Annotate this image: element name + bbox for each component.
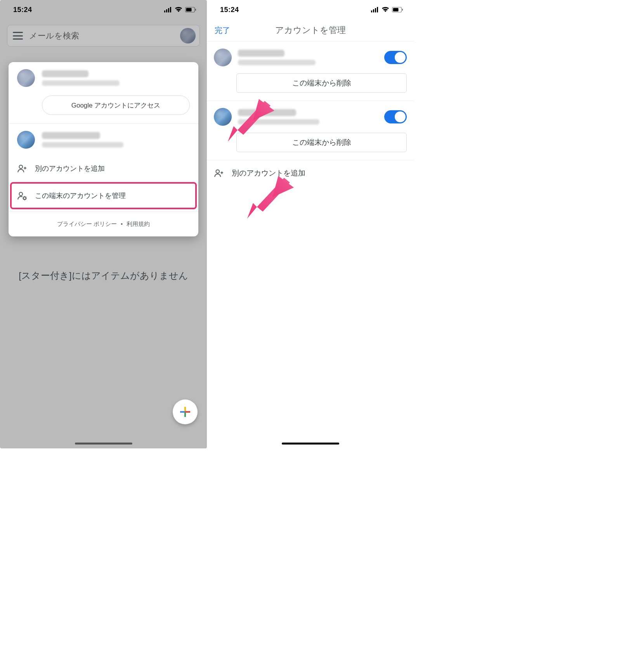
account-name-blurred	[238, 109, 296, 116]
svg-rect-6	[195, 9, 196, 11]
left-phone-screen: 15:24 メールを検索 Google アカウントにアクセス	[0, 0, 207, 448]
account-email-blurred	[42, 142, 123, 148]
search-bar[interactable]: メールを検索	[7, 25, 200, 47]
account-name-blurred	[238, 50, 284, 57]
home-indicator	[75, 443, 132, 445]
right-phone-screen: 15:24 完了 アカウントを管理 この端末から削除	[207, 0, 414, 448]
compose-fab[interactable]	[173, 399, 198, 424]
page-title: アカウントを管理	[275, 24, 346, 36]
account-email-blurred	[238, 119, 319, 125]
account-text	[42, 70, 190, 86]
account-row	[207, 42, 414, 69]
menu-icon[interactable]	[13, 32, 23, 40]
wifi-icon	[382, 7, 389, 12]
account-sheet: Google アカウントにアクセス 別のアカウントを追加 この端末のアカウントを…	[9, 62, 198, 236]
account-name-blurred	[42, 70, 88, 77]
svg-rect-10	[371, 10, 372, 12]
battery-icon	[185, 7, 196, 12]
svg-point-8	[19, 192, 23, 196]
done-button[interactable]: 完了	[215, 25, 230, 36]
current-account-row[interactable]	[9, 62, 198, 94]
avatar	[17, 131, 35, 149]
status-icons	[164, 7, 196, 12]
svg-rect-5	[186, 8, 192, 12]
account-section-1: この端末から削除	[207, 41, 414, 93]
account-email-blurred	[42, 80, 120, 86]
status-icons	[371, 7, 403, 12]
add-account-label: 別のアカウントを追加	[35, 164, 105, 173]
cellular-icon	[164, 7, 172, 12]
person-plus-icon	[214, 168, 224, 178]
cellular-icon	[371, 7, 379, 12]
wifi-icon	[175, 7, 182, 12]
search-placeholder: メールを検索	[29, 30, 174, 41]
add-account-row[interactable]: 別のアカウントを追加	[9, 156, 198, 181]
access-google-account-button[interactable]: Google アカウントにアクセス	[42, 96, 190, 115]
avatar[interactable]	[180, 28, 196, 43]
account-toggle[interactable]	[384, 110, 407, 123]
svg-rect-16	[402, 9, 403, 11]
svg-rect-1	[166, 9, 167, 12]
add-account-label: 別のアカウントを追加	[232, 168, 305, 178]
status-time: 15:24	[13, 6, 32, 14]
svg-rect-13	[377, 7, 378, 12]
status-time: 15:24	[220, 6, 239, 14]
plus-icon	[180, 407, 190, 417]
account-text	[238, 109, 378, 125]
delete-from-device-button[interactable]: この端末から削除	[236, 73, 407, 93]
account-email-blurred	[238, 60, 316, 65]
svg-rect-11	[373, 9, 374, 12]
svg-rect-15	[393, 8, 399, 12]
privacy-policy-link[interactable]: プライバシー ポリシー	[57, 221, 117, 227]
status-bar: 15:24	[0, 0, 207, 19]
separator-dot	[117, 221, 127, 227]
svg-point-7	[19, 165, 23, 168]
avatar	[214, 108, 232, 126]
account-text	[42, 132, 190, 148]
manage-accounts-header: 完了 アカウントを管理	[207, 19, 414, 41]
status-bar: 15:24	[207, 0, 414, 19]
add-account-row[interactable]: 別のアカウントを追加	[207, 160, 414, 186]
account-toggle[interactable]	[384, 51, 407, 64]
account-section-2: この端末から削除	[207, 101, 414, 152]
svg-rect-3	[170, 7, 171, 12]
empty-state-text: [スター付き]にはアイテムがありません	[0, 269, 207, 283]
account-text	[238, 50, 378, 65]
battery-icon	[392, 7, 403, 12]
svg-rect-0	[164, 10, 165, 12]
account-name-blurred	[42, 132, 100, 139]
other-account-row[interactable]	[9, 124, 198, 156]
manage-accounts-label: この端末のアカウントを管理	[35, 191, 126, 200]
policy-row: プライバシー ポリシー利用規約	[9, 212, 198, 236]
person-gear-icon	[17, 191, 27, 201]
terms-link[interactable]: 利用規約	[127, 221, 150, 227]
avatar	[17, 69, 35, 87]
svg-point-21	[216, 170, 219, 173]
person-plus-icon	[17, 163, 27, 174]
account-row	[207, 101, 414, 129]
delete-from-device-button[interactable]: この端末から削除	[236, 133, 407, 152]
manage-accounts-row[interactable]: この端末のアカウントを管理	[12, 184, 195, 208]
svg-rect-2	[168, 8, 169, 12]
avatar	[214, 49, 232, 66]
svg-rect-12	[375, 8, 376, 12]
home-indicator	[282, 443, 339, 445]
